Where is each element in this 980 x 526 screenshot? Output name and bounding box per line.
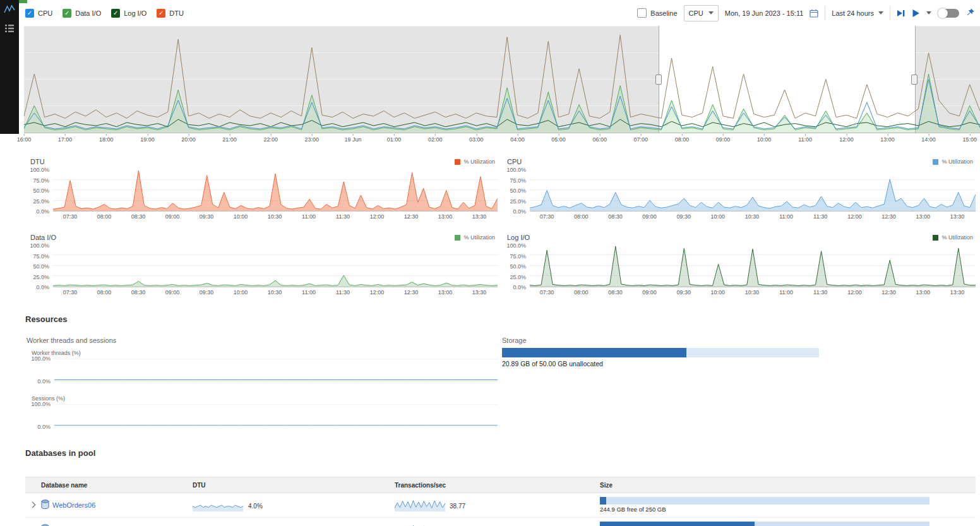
play-options-chevron-icon[interactable] — [926, 11, 931, 15]
storage-caption: 20.89 GB of 50.00 GB unallocated — [502, 360, 603, 368]
baseline-label: Baseline — [650, 9, 677, 17]
live-toggle-switch[interactable] — [938, 9, 959, 18]
legend-swatch — [455, 235, 460, 241]
data-io-checkbox[interactable] — [63, 9, 71, 18]
toggle-cpu[interactable]: CPU — [25, 9, 52, 18]
legend-label: % Utilization — [941, 158, 973, 165]
worker-sessions-heading: Worker threads and sessions — [27, 337, 116, 344]
chart-legend: % Utilization — [933, 234, 973, 241]
axis-tick-label: 75.0% — [33, 177, 49, 184]
col-dtu: DTU — [193, 482, 206, 489]
axis-tick-label: 09:00 — [165, 213, 180, 220]
axis-tick-label: 08:00 — [97, 213, 112, 220]
y-axis: 100.0%0.0% — [27, 404, 54, 427]
baseline-checkbox[interactable] — [637, 8, 647, 18]
table-row[interactable]: WebAnalytics09 20.0% 128.38 — [25, 518, 976, 526]
axis-tick-label: 12:00 — [847, 289, 862, 296]
axis-tick-label: 08:00 — [97, 289, 112, 296]
axis-tick-label: 07:30 — [63, 289, 78, 296]
jump-to-now-button[interactable] — [897, 9, 905, 17]
expand-chevron-icon[interactable] — [30, 502, 36, 508]
baseline-toggle[interactable]: Baseline — [637, 8, 677, 18]
axis-tick-label: 12:30 — [881, 213, 896, 220]
cpu-plot — [530, 170, 976, 212]
axis-tick-label: 75.0% — [510, 177, 526, 184]
database-name-link[interactable]: WebOrders06 — [52, 501, 95, 509]
toggle-dtu[interactable]: DTU — [157, 9, 184, 18]
axis-tick-label: 23:00 — [305, 136, 320, 143]
time-range-select[interactable]: Last 24 hours — [832, 9, 883, 17]
axis-tick-label: 13:00 — [916, 213, 931, 220]
axis-tick-label: 08:30 — [131, 289, 146, 296]
axis-tick-label: 0.0% — [513, 284, 526, 290]
left-sidebar — [0, 0, 19, 134]
axis-tick-label: 13:30 — [950, 289, 965, 296]
storage-bar — [502, 348, 819, 357]
chevron-down-icon — [878, 11, 883, 15]
cpu-checkbox[interactable] — [25, 9, 34, 18]
baseline-metric-select[interactable]: CPU — [684, 5, 719, 21]
worker-threads-label: Worker threads (%) — [32, 350, 498, 356]
legend-swatch — [455, 159, 460, 165]
axis-tick-label: 25.0% — [510, 198, 526, 205]
timeline-handle-right[interactable] — [911, 75, 917, 85]
pin-button[interactable] — [965, 8, 975, 18]
cpu-toggle-label: CPU — [38, 9, 52, 17]
axis-tick-label: 07:30 — [540, 289, 554, 296]
axis-tick-label: 100.0% — [31, 356, 51, 362]
size-bar — [600, 497, 929, 505]
axis-tick-label: 13:00 — [438, 213, 453, 220]
axis-tick-label: 08:30 — [608, 213, 623, 220]
axis-tick-label: 13:30 — [472, 213, 487, 220]
metrics-view-icon[interactable] — [0, 0, 19, 19]
axis-tick-label: 10:00 — [234, 213, 248, 220]
legend-swatch — [933, 159, 938, 165]
axis-tick-label: 0.0% — [37, 378, 51, 385]
axis-tick-label: 0.0% — [513, 208, 526, 215]
timeline-chart[interactable] — [24, 26, 980, 133]
axis-tick-label: 09:30 — [200, 289, 214, 296]
timeline-plot[interactable] — [24, 26, 980, 133]
axis-tick-label: 10:00 — [711, 289, 726, 296]
y-axis: 100.0%75.0%50.0%25.0%0.0% — [25, 170, 53, 212]
toggle-data-io[interactable]: Data I/O — [63, 9, 101, 18]
axis-tick-label: 12:30 — [404, 213, 419, 220]
axis-tick-label: 09:30 — [676, 213, 691, 220]
data-io-toggle-label: Data I/O — [75, 9, 101, 17]
col-database-name: Database name — [41, 482, 87, 489]
axis-tick-label: 13:30 — [950, 213, 965, 220]
timeline-handle-left[interactable] — [655, 75, 662, 85]
axis-tick-label: 0.0% — [36, 208, 49, 215]
play-button[interactable] — [912, 9, 920, 18]
axis-tick-label: 08:30 — [608, 289, 623, 296]
axis-tick-label: 11:00 — [798, 136, 812, 143]
axis-tick-label: 25.0% — [33, 198, 49, 205]
axis-tick-label: 50.0% — [510, 188, 526, 194]
axis-tick-label: 10:30 — [745, 289, 760, 296]
col-size: Size — [600, 482, 612, 489]
axis-tick-label: 12:00 — [847, 213, 862, 220]
databases-table: Database name DTU Transactions/sec Size … — [25, 477, 976, 526]
y-axis: 100.0%75.0%50.0%25.0%0.0% — [502, 170, 530, 212]
toolbar: CPU Data I/O Log I/O DTU Baseline CPU Mo… — [19, 0, 980, 26]
axis-tick-label: 19:00 — [140, 136, 155, 143]
calendar-button[interactable] — [810, 9, 818, 18]
pool-list-icon[interactable] — [0, 19, 19, 38]
log-io-checkbox[interactable] — [111, 9, 120, 18]
toolbar-right-controls: Baseline CPU Mon, 19 Jun 2023 - 15:11 La… — [637, 5, 975, 21]
dtu-checkbox[interactable] — [157, 9, 165, 18]
axis-tick-label: 08:00 — [675, 136, 690, 143]
axis-tick-label: 08:30 — [131, 213, 146, 220]
chart-data-io: Data I/O % Utilization 100.0%75.0%50.0%2… — [25, 232, 498, 296]
dtu-value: 4.0% — [248, 503, 263, 510]
size-used-fill — [600, 522, 755, 526]
axis-tick-label: 07:30 — [63, 213, 78, 220]
axis-tick-label: 12:00 — [370, 213, 385, 220]
toggle-log-io[interactable]: Log I/O — [111, 9, 146, 18]
log-io-toggle-label: Log I/O — [124, 9, 146, 17]
legend-swatch — [933, 235, 938, 241]
axis-tick-label: 12:00 — [370, 289, 385, 296]
col-tps: Transactions/sec — [395, 482, 446, 489]
list-icon — [4, 24, 15, 33]
table-row[interactable]: WebOrders06 4.0% 38.77 244.9 GB free of … — [25, 493, 976, 518]
